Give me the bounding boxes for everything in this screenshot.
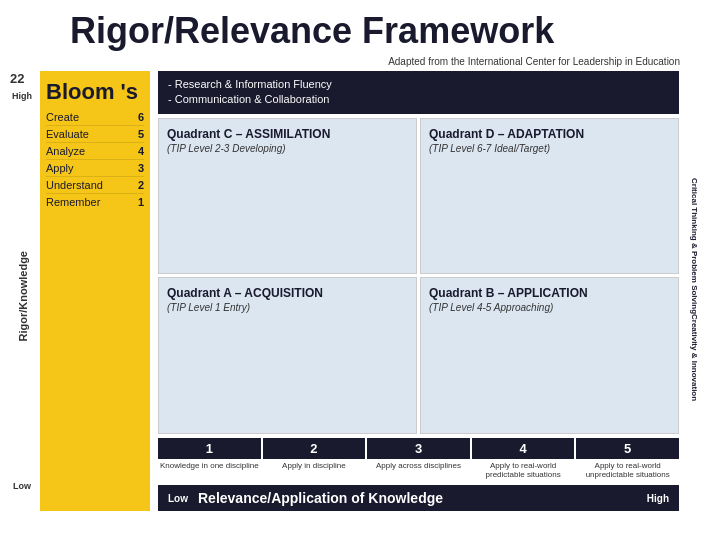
page: Rigor/Relevance Framework Adapted from t… xyxy=(0,0,720,540)
bloom-item-evaluate-num: 5 xyxy=(138,128,144,140)
bloom-item-remember-label: Remember xyxy=(46,196,100,208)
scale-label-4: Apply to real-world predictable situatio… xyxy=(472,459,575,482)
bloom-item-understand-num: 2 xyxy=(138,179,144,191)
quadrant-b-title: Quadrant B – APPLICATION xyxy=(429,286,670,300)
bloom-item-analyze-label: Analyze xyxy=(46,145,85,157)
bloom-title: Bloom 's xyxy=(46,79,144,105)
scale-num-3: 3 xyxy=(367,438,470,459)
main-area: - Research & Information Fluency - Commu… xyxy=(158,71,679,511)
bloom-item-remember: Remember 1 xyxy=(46,194,144,210)
right-label-creativity: Creativity & Innovation xyxy=(690,314,699,401)
bloom-item-evaluate: Evaluate 5 xyxy=(46,126,144,143)
scale-num-5: 5 xyxy=(576,438,679,459)
quadrant-grid: Quadrant C – ASSIMILATION (TIP Level 2-3… xyxy=(158,118,679,434)
low-label: Low xyxy=(13,481,31,491)
right-sidebar: Critical Thinking & Problem Solving Crea… xyxy=(683,71,705,511)
bottom-bar: Low Relevance/Application of Knowledge H… xyxy=(158,485,679,511)
bloom-item-remember-num: 1 xyxy=(138,196,144,208)
bottom-axis-title: Relevance/Application of Knowledge xyxy=(198,490,647,506)
bloom-item-understand-label: Understand xyxy=(46,179,103,191)
bloom-box: Bloom 's Create 6 Evaluate 5 Analyze 4 A… xyxy=(40,71,150,511)
scale-num-4: 4 xyxy=(472,438,575,459)
bottom-low-label: Low xyxy=(168,493,188,504)
quadrant-d: Quadrant D – ADAPTATION (TIP Level 6-7 I… xyxy=(420,118,679,275)
scale-label-1: Knowledge in one discipline xyxy=(158,459,261,473)
bloom-item-evaluate-label: Evaluate xyxy=(46,128,89,140)
quadrant-d-tip: (TIP Level 6-7 Ideal/Target) xyxy=(429,143,670,154)
quadrant-c: Quadrant C – ASSIMILATION (TIP Level 2-3… xyxy=(158,118,417,275)
scale-label-2: Apply in discipline xyxy=(263,459,366,473)
info-bar: - Research & Information Fluency - Commu… xyxy=(158,71,679,114)
page-title: Rigor/Relevance Framework xyxy=(70,10,554,52)
bloom-item-create-label: Create xyxy=(46,111,79,123)
quadrant-c-title: Quadrant C – ASSIMILATION xyxy=(167,127,408,141)
bloom-item-apply: Apply 3 xyxy=(46,160,144,177)
scale-num-2: 2 xyxy=(263,438,366,459)
quadrant-a-title: Quadrant A – ACQUISITION xyxy=(167,286,408,300)
subtitle: Adapted from the International Center fo… xyxy=(10,56,680,67)
bloom-item-analyze: Analyze 4 xyxy=(46,143,144,160)
info-line2: - Communication & Collaboration xyxy=(168,92,669,107)
quadrant-c-tip: (TIP Level 2-3 Developing) xyxy=(167,143,408,154)
high-label: High xyxy=(12,91,32,101)
bloom-item-understand: Understand 2 xyxy=(46,177,144,194)
bottom-high-label: High xyxy=(647,493,669,504)
quadrant-d-title: Quadrant D – ADAPTATION xyxy=(429,127,670,141)
scale-cell-2: 2 Apply in discipline xyxy=(263,438,366,482)
bloom-item-apply-label: Apply xyxy=(46,162,74,174)
bloom-item-analyze-num: 4 xyxy=(138,145,144,157)
quadrant-b: Quadrant B – APPLICATION (TIP Level 4-5 … xyxy=(420,277,679,434)
quadrant-b-tip: (TIP Level 4-5 Approaching) xyxy=(429,302,670,313)
scale-cell-1: 1 Knowledge in one discipline xyxy=(158,438,261,482)
bloom-item-create: Create 6 xyxy=(46,109,144,126)
scale-row: 1 Knowledge in one discipline 2 Apply in… xyxy=(158,438,679,482)
page-number: 22 xyxy=(10,71,24,86)
content-area: 22 High Rigor/Knowledge Low Bloom 's Cre… xyxy=(10,71,705,511)
scale-cell-5: 5 Apply to real-world unpredictable situ… xyxy=(576,438,679,482)
info-line1: - Research & Information Fluency xyxy=(168,77,669,92)
scale-cell-4: 4 Apply to real-world predictable situat… xyxy=(472,438,575,482)
quadrant-a: Quadrant A – ACQUISITION (TIP Level 1 En… xyxy=(158,277,417,434)
scale-label-3: Apply across disciplines xyxy=(367,459,470,473)
quadrant-a-tip: (TIP Level 1 Entry) xyxy=(167,302,408,313)
scale-num-1: 1 xyxy=(158,438,261,459)
vertical-axis-label: Rigor/Knowledge xyxy=(17,251,29,341)
scale-cell-3: 3 Apply across disciplines xyxy=(367,438,470,482)
bloom-item-create-num: 6 xyxy=(138,111,144,123)
right-label-problem-solving: Critical Thinking & Problem Solving xyxy=(690,178,699,314)
scale-label-5: Apply to real-world unpredictable situat… xyxy=(576,459,679,482)
bloom-item-apply-num: 3 xyxy=(138,162,144,174)
